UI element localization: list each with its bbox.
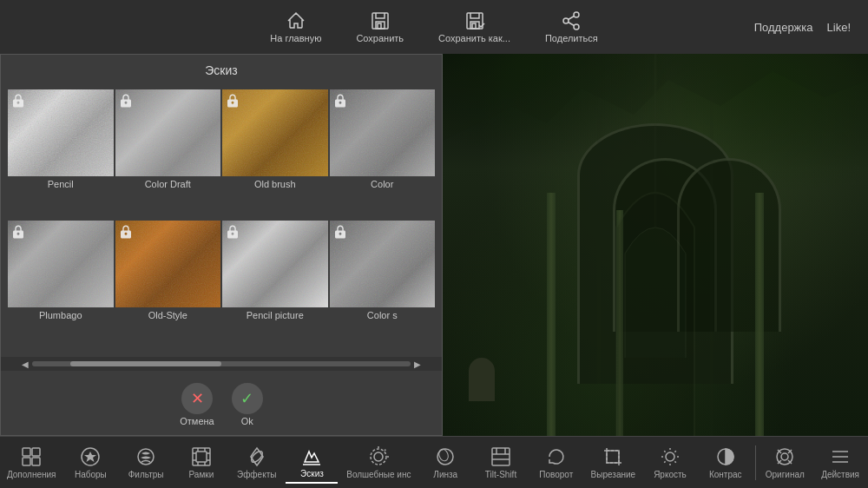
share-button[interactable]: Поделиться [545,10,598,43]
tool-effects[interactable]: Эффекты [231,442,283,483]
cancel-label: Отмена [180,416,214,426]
tool-brightness[interactable]: Яркость [644,442,696,483]
contrast-icon [714,445,737,468]
scroll-track[interactable] [32,361,411,366]
svg-rect-12 [32,448,40,456]
tool-crop[interactable]: Вырезание [586,442,641,483]
svg-line-32 [385,450,385,451]
sketch-item-color[interactable]: Color [330,89,436,219]
sketch-thumb-plumbago [8,221,114,307]
svg-line-48 [674,461,675,462]
sketch-label-old-style: Old-Style [115,307,221,323]
tool-addons[interactable]: Дополнения [2,442,62,483]
tool-contrast[interactable]: Контрас [700,442,752,483]
lock-icon [332,223,348,241]
sketch-icon [300,445,323,467]
sketch-thumb-color-s [330,221,436,307]
sketch-item-old-style[interactable]: Old-Style [115,221,221,350]
svg-rect-11 [23,448,30,456]
tool-sketch[interactable]: Эскиз [286,441,338,484]
tool-actions[interactable]: Действия [814,442,866,483]
svg-rect-1 [378,23,381,29]
tool-frames[interactable]: Рамки [175,442,227,483]
right-panel [443,54,868,436]
lens-icon [434,445,457,468]
top-bar-actions: На главную Сохранить Сохранить как... [270,10,597,43]
svg-point-53 [781,453,788,460]
effects-icon [246,445,268,468]
lock-icon [118,223,134,241]
ok-icon: ✓ [232,383,263,414]
cancel-icon: ✕ [181,383,213,414]
lock-icon [225,223,240,241]
top-right-links: Поддержка Like! [754,21,851,34]
original-icon [773,445,796,468]
svg-point-5 [563,18,569,23]
scroll-thumb[interactable] [70,361,221,366]
svg-rect-18 [193,448,210,465]
frames-icon [190,445,213,468]
sketch-item-color-s[interactable]: Color s [330,221,436,350]
sketch-label-old-brush: Old brush [222,176,328,192]
svg-line-50 [664,461,665,462]
tool-original[interactable]: Оригинал [759,442,811,483]
home-button[interactable]: На главную [270,10,321,43]
cancel-button[interactable]: ✕ Отмена [180,383,214,426]
svg-marker-16 [84,452,96,462]
scroll-area: ◀ ▶ [1,357,442,371]
svg-rect-41 [607,451,619,463]
sketch-label-color-s: Color s [330,307,436,323]
frames-label: Рамки [189,470,214,479]
save-as-button[interactable]: Сохранить как... [438,10,510,43]
save-button[interactable]: Сохранить [356,10,404,43]
sketch-item-old-brush[interactable]: Old brush [222,89,328,219]
sketch-thumb-old-style [115,221,221,307]
tool-lens[interactable]: Линза [419,442,471,483]
panel-title: Эскиз [1,55,442,86]
sketch-label-color: Color [330,176,436,192]
sets-icon [79,445,102,468]
save-label: Сохранить [356,33,404,43]
lock-icon [225,92,240,109]
save-as-label: Сохранить как... [438,33,510,43]
original-label: Оригинал [766,470,805,479]
ok-button[interactable]: ✓ Ok [232,383,263,426]
tool-tiltshift[interactable]: Tilt-Shift [475,442,527,483]
sketch-label-plumbago: Plumbago [8,307,114,323]
svg-rect-13 [23,458,30,465]
like-link[interactable]: Like! [827,21,851,34]
tiltshift-icon [490,445,512,468]
tool-rotate[interactable]: Поворот [530,442,582,483]
sketch-item-plumbago[interactable]: Plumbago [8,221,114,350]
sketch-label-pencil-picture: Pencil picture [222,307,328,323]
svg-point-28 [249,450,264,465]
sketch-item-pencil-picture[interactable]: Pencil picture [222,221,328,350]
contrast-label: Контрас [709,470,742,479]
sketch-label: Эскиз [300,469,324,478]
main-image [443,54,868,436]
crop-label: Вырезание [591,470,636,479]
scroll-right-arrow[interactable]: ▶ [411,357,424,371]
addons-label: Дополнения [7,470,56,479]
sketch-item-color-draft[interactable]: Color Draft [115,89,221,219]
svg-line-49 [674,451,675,452]
support-link[interactable]: Поддержка [754,21,813,34]
tool-filters[interactable]: Фильтры [120,442,172,483]
brightness-label: Яркость [654,470,687,479]
sketch-item-pencil[interactable]: Pencil [8,89,114,219]
svg-point-30 [374,452,383,461]
tool-magic[interactable]: Волшебные инс [341,442,416,483]
svg-point-29 [371,449,386,465]
magic-label: Волшебные инс [346,470,411,479]
svg-point-4 [574,12,579,17]
toolbar-divider [755,445,756,480]
sketch-label-color-draft: Color Draft [115,176,221,192]
actions-label: Действия [821,470,859,479]
brightness-icon [659,445,681,468]
scroll-left-arrow[interactable]: ◀ [18,357,32,371]
svg-rect-36 [492,448,510,465]
tool-sets[interactable]: Наборы [64,442,116,483]
sketch-thumb-color [330,89,436,176]
bottom-toolbar: Дополнения Наборы Фильтры [0,436,868,488]
rotate-icon [545,445,568,468]
